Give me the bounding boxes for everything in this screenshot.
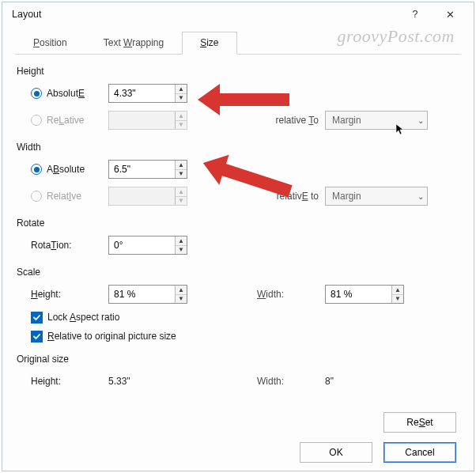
height-relative-to-value: Margin	[332, 115, 361, 126]
tab-position[interactable]: Position	[15, 32, 85, 55]
help-button[interactable]: ?	[398, 3, 433, 25]
relative-original-checkbox[interactable]	[31, 331, 43, 342]
height-absolute-radio[interactable]	[31, 88, 42, 99]
spin-down-icon[interactable]: ▼	[176, 245, 187, 255]
width-relative-input	[109, 187, 175, 205]
spin-down-icon[interactable]: ▼	[392, 294, 403, 304]
section-width: Width	[17, 142, 459, 153]
width-absolute-label: ABsolute	[47, 164, 85, 175]
window-title: Layout	[12, 9, 398, 20]
height-relative-input	[109, 112, 175, 129]
orig-height-value: 5.33"	[108, 376, 130, 387]
section-rotate: Rotate	[17, 218, 459, 229]
width-relative-to-combo[interactable]: Margin ⌄	[325, 187, 428, 206]
width-absolute-radio[interactable]	[31, 164, 42, 175]
height-relative-label: ReLative	[47, 115, 84, 126]
rotation-spin[interactable]: ▲▼	[108, 236, 187, 255]
width-relative-label: RelatIve	[47, 191, 81, 202]
rotation-input[interactable]	[109, 236, 175, 254]
close-button[interactable]: ✕	[433, 3, 467, 25]
spin-up-icon[interactable]: ▲	[176, 161, 187, 169]
rotation-label: RotaTion:	[31, 240, 72, 251]
width-relative-to-label: relativE to	[257, 191, 319, 202]
scale-height-input[interactable]	[109, 286, 175, 303]
relative-original-label: Relative to original picture size	[47, 331, 176, 342]
orig-height-label: Height:	[31, 376, 61, 387]
spin-up-icon: ▲	[176, 112, 187, 120]
cancel-button[interactable]: Cancel	[383, 442, 456, 463]
section-height: Height	[17, 66, 459, 77]
scale-width-input[interactable]	[326, 286, 391, 303]
chevron-down-icon: ⌄	[417, 116, 424, 125]
close-icon: ✕	[446, 9, 455, 21]
ok-button[interactable]: OK	[300, 442, 372, 463]
spin-down-icon[interactable]: ▼	[176, 294, 187, 304]
height-absolute-input[interactable]	[109, 85, 175, 102]
help-icon: ?	[413, 9, 418, 20]
tab-size[interactable]: Size	[182, 32, 236, 55]
spin-down-icon: ▼	[176, 196, 187, 206]
spin-down-icon[interactable]: ▼	[176, 93, 187, 103]
height-relative-to-label: relative To	[257, 115, 319, 126]
orig-width-label: Width:	[257, 376, 284, 387]
spin-up-icon[interactable]: ▲	[176, 85, 187, 93]
height-absolute-spin[interactable]: ▲▼	[108, 84, 187, 103]
tab-text-wrapping[interactable]: Text Wrapping	[85, 32, 182, 55]
chevron-down-icon: ⌄	[417, 192, 424, 201]
reset-button[interactable]: ReSet	[383, 412, 456, 433]
width-relative-spin: ▲▼	[108, 187, 187, 206]
spin-up-icon[interactable]: ▲	[392, 286, 403, 294]
width-absolute-spin[interactable]: ▲▼	[108, 160, 187, 179]
height-relative-to-combo[interactable]: Margin ⌄	[325, 111, 428, 130]
section-original-size: Original size	[17, 354, 459, 365]
spin-down-icon[interactable]: ▼	[176, 169, 187, 179]
scale-height-label: Height:	[31, 289, 61, 300]
spin-up-icon: ▲	[176, 187, 187, 196]
scale-width-label: Width:	[257, 289, 319, 300]
orig-width-value: 8"	[325, 376, 334, 387]
width-relative-to-value: Margin	[332, 191, 361, 202]
cursor-icon	[395, 123, 405, 136]
lock-aspect-label: Lock Aspect ratio	[47, 312, 119, 323]
lock-aspect-checkbox[interactable]	[31, 312, 43, 324]
spin-up-icon[interactable]: ▲	[176, 236, 187, 245]
title-bar: Layout ? ✕	[2, 2, 474, 26]
scale-height-spin[interactable]: ▲▼	[108, 285, 187, 304]
width-relative-radio[interactable]	[31, 191, 42, 202]
height-absolute-label: AbsolutE	[47, 88, 85, 99]
section-scale: Scale	[17, 267, 459, 278]
height-relative-radio[interactable]	[31, 115, 42, 126]
tab-strip: Position Text Wrapping Size	[15, 31, 461, 55]
width-absolute-input[interactable]	[109, 161, 175, 178]
scale-width-spin[interactable]: ▲▼	[325, 285, 404, 304]
spin-up-icon[interactable]: ▲	[176, 286, 187, 294]
height-relative-spin: ▲▼	[108, 111, 187, 130]
spin-down-icon: ▼	[176, 120, 187, 130]
